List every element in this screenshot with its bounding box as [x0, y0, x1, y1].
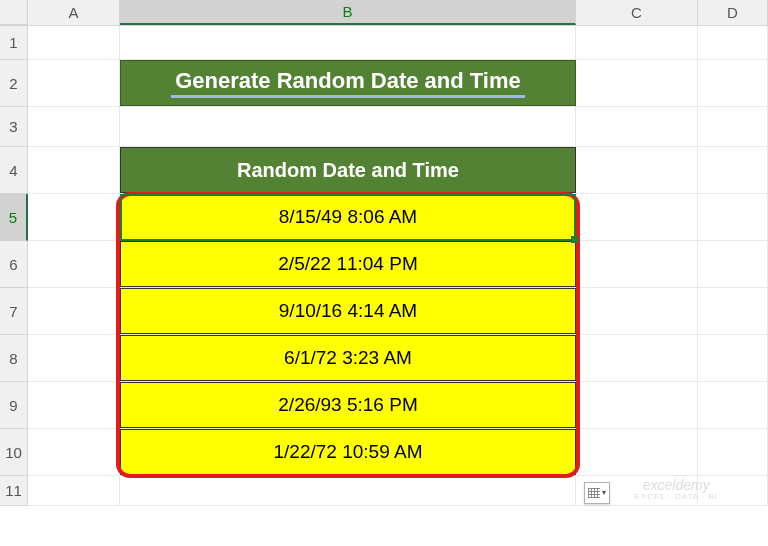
cell-A8[interactable]	[28, 335, 120, 381]
cell-B9-value: 2/26/93 5:16 PM	[278, 394, 417, 416]
chevron-down-icon: ▾	[602, 488, 606, 497]
table-header-text: Random Date and Time	[237, 159, 459, 182]
select-all-corner[interactable]	[0, 0, 28, 25]
cell-C5[interactable]	[576, 194, 698, 240]
cell-C8[interactable]	[576, 335, 698, 381]
cell-D3[interactable]	[698, 107, 768, 146]
col-header-D[interactable]: D	[698, 0, 768, 25]
cell-C4[interactable]	[576, 147, 698, 193]
cell-C9[interactable]	[576, 382, 698, 428]
cell-D6[interactable]	[698, 241, 768, 287]
table-header[interactable]: Random Date and Time	[120, 147, 576, 193]
row-header-1[interactable]: 1	[0, 26, 28, 60]
cell-B6[interactable]: 2/5/22 11:04 PM	[120, 241, 576, 287]
cell-A4[interactable]	[28, 147, 120, 193]
row-header-4[interactable]: 4	[0, 147, 28, 194]
cell-B6-value: 2/5/22 11:04 PM	[278, 253, 417, 275]
cell-B8-value: 6/1/72 3:23 AM	[284, 347, 412, 369]
row-header-9[interactable]: 9	[0, 382, 28, 429]
row-header-11[interactable]: 11	[0, 476, 28, 506]
cell-A9[interactable]	[28, 382, 120, 428]
cell-C1[interactable]	[576, 26, 698, 59]
cell-A2[interactable]	[28, 60, 120, 106]
cell-C6[interactable]	[576, 241, 698, 287]
cell-C7[interactable]	[576, 288, 698, 334]
cell-D4[interactable]	[698, 147, 768, 193]
cell-C3[interactable]	[576, 107, 698, 146]
cell-D7[interactable]	[698, 288, 768, 334]
cell-B5-value: 8/15/49 8:06 AM	[279, 206, 417, 228]
cell-B8[interactable]: 6/1/72 3:23 AM	[120, 335, 576, 381]
cell-B1[interactable]	[120, 26, 576, 59]
cell-B11[interactable]	[120, 476, 576, 505]
cell-A7[interactable]	[28, 288, 120, 334]
autofill-options-button[interactable]: ▾	[584, 482, 610, 504]
cell-B7[interactable]: 9/10/16 4:14 AM	[120, 288, 576, 334]
cell-D5[interactable]	[698, 194, 768, 240]
col-header-B[interactable]: B	[120, 0, 576, 25]
cell-A5[interactable]	[28, 194, 120, 240]
title-cell[interactable]: Generate Random Date and Time	[120, 60, 576, 106]
cell-D11[interactable]	[698, 476, 768, 505]
row-headers: 1 2 3 4 5 6 7 8 9 10 11	[0, 26, 28, 506]
row-header-6[interactable]: 6	[0, 241, 28, 288]
title-text: Generate Random Date and Time	[171, 68, 525, 98]
cell-B9[interactable]: 2/26/93 5:16 PM	[120, 382, 576, 428]
cell-D10[interactable]	[698, 429, 768, 475]
cell-A10[interactable]	[28, 429, 120, 475]
col-header-A[interactable]: A	[28, 0, 120, 25]
column-headers: A B C D	[0, 0, 768, 26]
cell-A6[interactable]	[28, 241, 120, 287]
cell-D1[interactable]	[698, 26, 768, 59]
cell-D2[interactable]	[698, 60, 768, 106]
row-header-3[interactable]: 3	[0, 107, 28, 147]
cell-C2[interactable]	[576, 60, 698, 106]
cell-B3[interactable]	[120, 107, 576, 146]
row-header-7[interactable]: 7	[0, 288, 28, 335]
col-header-C[interactable]: C	[576, 0, 698, 25]
cell-A3[interactable]	[28, 107, 120, 146]
cell-B5[interactable]: 8/15/49 8:06 AM	[120, 194, 576, 240]
row-header-8[interactable]: 8	[0, 335, 28, 382]
row-header-10[interactable]: 10	[0, 429, 28, 476]
cell-B10-value: 1/22/72 10:59 AM	[274, 441, 423, 463]
cells-area: Generate Random Date and Time Random Dat…	[28, 26, 768, 506]
autofill-grid-icon	[588, 488, 600, 498]
cell-D9[interactable]	[698, 382, 768, 428]
cell-C10[interactable]	[576, 429, 698, 475]
row-header-2[interactable]: 2	[0, 60, 28, 107]
worksheet: A B C D 1 2 3 4 5 6 7 8 9 10 11	[0, 0, 768, 546]
cell-D8[interactable]	[698, 335, 768, 381]
cell-B7-value: 9/10/16 4:14 AM	[279, 300, 417, 322]
cell-A11[interactable]	[28, 476, 120, 505]
cell-A1[interactable]	[28, 26, 120, 59]
cell-B10[interactable]: 1/22/72 10:59 AM	[120, 429, 576, 475]
row-header-5[interactable]: 5	[0, 194, 28, 241]
